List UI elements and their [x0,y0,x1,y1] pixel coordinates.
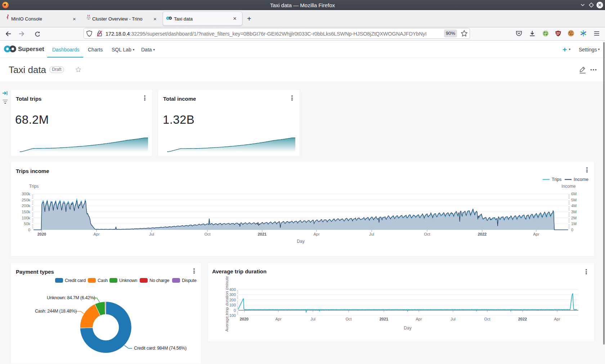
svg-text:200k: 200k [22,204,30,208]
svg-text:Apr: Apr [275,317,281,321]
svg-text:Day: Day [297,239,304,244]
svg-text:Apr: Apr [313,232,319,236]
svg-text:0: 0 [571,228,573,232]
svg-text:300k: 300k [22,192,30,196]
svg-text:2M: 2M [571,216,577,220]
svg-text:Jul: Jul [310,317,315,321]
svg-text:400: 400 [229,287,236,292]
svg-text:250k: 250k [22,198,30,202]
svg-text:Apr: Apr [533,232,539,236]
svg-text:2021: 2021 [380,317,388,321]
svg-text:4M: 4M [571,204,577,208]
svg-text:200: 200 [229,298,236,302]
svg-text:50k: 50k [24,222,30,226]
svg-text:2021: 2021 [258,232,266,236]
svg-text:300: 300 [229,292,236,297]
svg-text:1M: 1M [571,222,577,226]
svg-text:Oct: Oct [204,232,210,236]
svg-text:Jul: Jul [451,317,456,321]
svg-text:Average trinp duration (minute: Average trinp duration (minute [225,276,229,332]
svg-text:-100: -100 [228,313,236,318]
svg-text:Apr: Apr [554,317,560,321]
svg-text:0: 0 [234,308,236,313]
svg-text:Oct: Oct [345,317,351,321]
svg-text:2020: 2020 [240,317,248,321]
svg-text:Apr: Apr [93,232,99,236]
svg-text:Jul: Jul [369,232,374,236]
svg-text:100k: 100k [22,216,30,220]
svg-text:Day: Day [404,326,411,331]
svg-text:Oct: Oct [424,232,430,236]
svg-text:3M: 3M [571,210,577,214]
svg-text:2022: 2022 [478,232,487,236]
svg-text:Oct: Oct [484,317,490,321]
svg-text:6M: 6M [571,192,577,196]
svg-text:0: 0 [28,228,30,232]
svg-text:Trips: Trips [552,177,561,182]
svg-text:150k: 150k [22,210,30,214]
svg-text:Trips: Trips [29,184,39,189]
svg-text:Apr: Apr [416,317,422,321]
svg-text:2020: 2020 [37,232,46,236]
svg-text:Income: Income [561,184,576,189]
svg-text:100: 100 [229,303,236,307]
svg-text:2022: 2022 [518,317,527,321]
svg-text:Income: Income [574,177,588,182]
svg-text:Jul: Jul [149,232,154,236]
svg-text:5M: 5M [571,198,577,202]
